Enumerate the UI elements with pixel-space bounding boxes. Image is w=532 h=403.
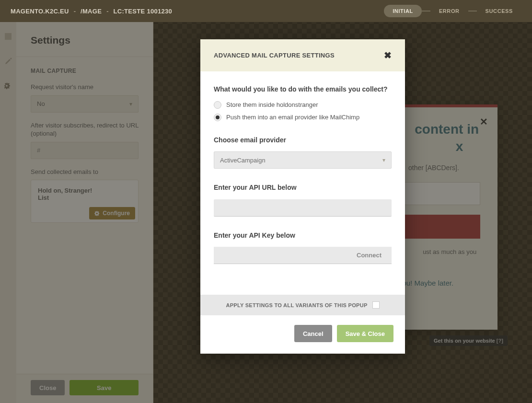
email-provider-select[interactable]: ActiveCampaign ▾: [214, 151, 392, 169]
pill-connector: [422, 11, 430, 12]
radio-option-store[interactable]: Store them inside holdonstranger: [214, 101, 392, 109]
email-provider-value: ActiveCampaign: [220, 157, 266, 164]
modal-header: ADVANCED MAIL CAPTURE SETTINGS ✖: [200, 39, 405, 71]
breadcrumb-license[interactable]: LC:TESTE 1001230: [114, 8, 173, 15]
connect-button[interactable]: Connect: [347, 247, 392, 264]
modal-footer: Cancel Save & Close: [200, 315, 405, 354]
radio-option-push[interactable]: Push them into an email provider like Ma…: [214, 114, 392, 121]
modal-body: What would you like to do with the email…: [200, 71, 405, 295]
api-key-label: Enter your API Key below: [214, 231, 392, 241]
choose-provider-label: Choose email provider: [214, 136, 392, 145]
chevron-down-icon: ▾: [382, 157, 385, 163]
radio-label: Store them inside holdonstranger: [226, 101, 318, 108]
api-url-input[interactable]: [214, 199, 392, 217]
state-pill-initial[interactable]: INITIAL: [384, 5, 422, 17]
breadcrumb-sep: -: [106, 8, 108, 15]
apply-to-all-row[interactable]: APPLY SETTINGS TO ALL VARIANTS OF THIS P…: [200, 295, 405, 315]
radio-icon: [214, 114, 221, 121]
state-pill-error[interactable]: ERROR: [430, 5, 468, 17]
apply-to-all-label: APPLY SETTINGS TO ALL VARIANTS OF THIS P…: [226, 302, 367, 308]
api-url-label: Enter your API URL below: [214, 183, 392, 193]
radio-label: Push them into an email provider like Ma…: [226, 114, 359, 121]
advanced-mail-capture-modal: ADVANCED MAIL CAPTURE SETTINGS ✖ What wo…: [200, 39, 405, 354]
top-bar: MAGENTO.K2C.EU - /MAGE - LC:TESTE 100123…: [0, 0, 532, 22]
modal-title: ADVANCED MAIL CAPTURE SETTINGS: [214, 52, 335, 59]
variant-state-pills: INITIAL ERROR SUCCESS: [384, 5, 521, 17]
emails-question-label: What would you like to do with the email…: [214, 85, 392, 94]
apply-to-all-checkbox[interactable]: [372, 301, 380, 309]
breadcrumb-sep: -: [74, 8, 76, 15]
close-icon[interactable]: ✖: [384, 50, 392, 61]
save-and-close-button[interactable]: Save & Close: [337, 325, 393, 342]
state-pill-success[interactable]: SUCCESS: [477, 5, 521, 17]
radio-icon: [214, 101, 221, 109]
breadcrumb-domain[interactable]: MAGENTO.K2C.EU: [11, 8, 69, 15]
breadcrumb-path[interactable]: /MAGE: [81, 8, 102, 15]
cancel-button[interactable]: Cancel: [294, 325, 332, 342]
api-key-input[interactable]: [214, 247, 347, 264]
pill-connector: [468, 11, 477, 12]
